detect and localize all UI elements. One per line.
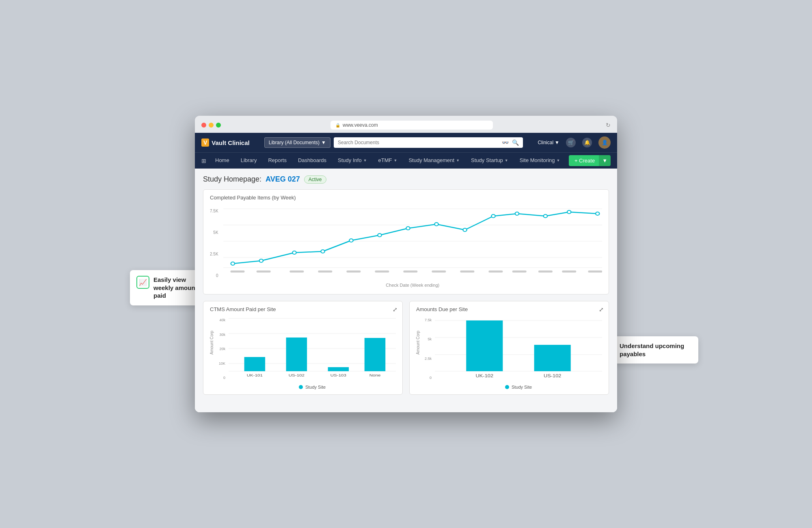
left-y-40k: 40k (219, 318, 225, 322)
left-legend-label: Study Site (305, 385, 326, 390)
refresh-button[interactable]: ↻ (606, 122, 611, 128)
svg-rect-29 (512, 270, 526, 273)
left-chart-legend: Study Site (229, 385, 396, 390)
y-tick-75k: 7.5K (210, 209, 218, 213)
bar-chart-left-card: CTMS Amount Paid per Site ⤢ Amount Corp … (203, 301, 403, 395)
bar-chart-right-card: Amounts Due per Site ⤢ Amount Corp 7.5k … (409, 301, 609, 395)
library-dropdown-arrow: ▼ (321, 140, 326, 145)
svg-text:US-103: US-103 (330, 373, 346, 377)
secondary-nav: ⊞ Home Library Reports Dashboards (195, 152, 617, 169)
svg-rect-40 (328, 367, 349, 371)
svg-text:UK-101: UK-101 (247, 373, 263, 377)
search-icon[interactable]: 🔍 (512, 139, 519, 146)
svg-point-11 (406, 227, 410, 230)
nav-item-study-info[interactable]: Study Info ▼ (332, 153, 372, 169)
svg-point-8 (321, 250, 324, 253)
nav-item-study-startup[interactable]: Study Startup ▼ (465, 153, 514, 169)
svg-point-18 (596, 212, 599, 215)
svg-point-16 (543, 214, 547, 218)
nav-item-home[interactable]: Home (209, 153, 235, 169)
svg-rect-27 (460, 270, 474, 273)
create-label: + Create (574, 158, 595, 164)
svg-point-14 (491, 214, 495, 218)
study-info-arrow: ▼ (363, 158, 367, 162)
svg-rect-38 (244, 357, 266, 371)
search-input[interactable] (338, 140, 499, 145)
svg-text:UK-102: UK-102 (476, 374, 494, 378)
svg-point-17 (567, 210, 571, 214)
traffic-lights (201, 123, 221, 128)
svg-text:US-102: US-102 (289, 373, 304, 377)
traffic-light-red[interactable] (201, 123, 206, 128)
svg-rect-28 (488, 270, 503, 273)
right-y-5k: 5k (428, 337, 432, 341)
svg-rect-23 (346, 270, 361, 273)
x-axis-label: Check Date (Week ending) (223, 283, 602, 288)
grid-icon[interactable]: ⊞ (201, 158, 206, 164)
nav-item-dashboards[interactable]: Dashboards (292, 153, 332, 169)
avatar-initials: 👤 (602, 140, 608, 145)
nav-item-etmf[interactable]: eTMF ▼ (373, 153, 403, 169)
svg-rect-32 (588, 270, 602, 273)
right-chart-legend: Study Site (435, 385, 602, 390)
left-y-30k: 30k (219, 333, 225, 337)
expand-left-icon[interactable]: ⤢ (393, 306, 397, 313)
traffic-light-green[interactable] (216, 123, 221, 128)
bell-icon[interactable]: 🔔 (582, 138, 592, 147)
logo-v: V (201, 138, 209, 147)
svg-point-6 (259, 259, 263, 262)
svg-rect-24 (375, 270, 389, 273)
line-chart-card: Completed Payable Items (by Week) 7.5K 5… (203, 189, 609, 294)
search-input-wrap: 👓 🔍 (334, 137, 523, 148)
svg-point-13 (463, 228, 466, 232)
nav-item-study-management[interactable]: Study Management ▼ (403, 153, 465, 169)
search-bar-area: Library (All Documents) ▼ 👓 🔍 (264, 137, 523, 148)
browser-chrome: 🔒 www.veeva.com ↻ (195, 116, 617, 133)
nav-item-library[interactable]: Library (235, 153, 263, 169)
top-nav: V Vault Clinical Library (All Documents)… (195, 133, 617, 152)
bar-chart-left-container: Amount Corp 40k 30k 20k 10K 0 (203, 312, 402, 394)
site-monitoring-arrow: ▼ (557, 158, 560, 162)
traffic-light-yellow[interactable] (209, 123, 214, 128)
search-icons: 👓 🔍 (502, 139, 519, 146)
cart-icon[interactable]: 🛒 (566, 138, 576, 147)
nav-item-site-monitoring[interactable]: Site Monitoring ▼ (514, 153, 566, 169)
clinical-arrow: ▼ (555, 140, 559, 145)
svg-rect-31 (562, 270, 576, 273)
y-tick-25k: 2.5K (210, 252, 218, 256)
svg-rect-20 (256, 270, 270, 273)
create-dropdown-button[interactable]: ▼ (599, 155, 611, 166)
right-y-75k: 7.5k (425, 318, 432, 322)
line-chart-svg (223, 205, 602, 278)
svg-rect-25 (403, 270, 417, 273)
right-y-25k: 2.5k (425, 357, 432, 361)
page-title: Study Homepage: AVEG 027 Active (203, 175, 609, 184)
address-bar[interactable]: 🔒 www.veeva.com (330, 121, 493, 130)
glasses-icon[interactable]: 👓 (502, 139, 509, 146)
svg-point-15 (515, 212, 518, 215)
bar-right-y-label: Amount Corp (416, 316, 420, 369)
lock-icon: 🔒 (335, 123, 340, 128)
left-legend-dot (299, 385, 303, 389)
y-tick-5k: 5K (213, 230, 218, 235)
svg-point-7 (292, 251, 296, 254)
create-button[interactable]: + Create (569, 155, 600, 166)
svg-rect-51 (534, 345, 571, 371)
left-y-20k: 20k (219, 347, 225, 351)
nav-item-reports[interactable]: Reports (262, 153, 292, 169)
line-chart-title: Completed Payable Items (by Week) (203, 190, 609, 201)
callout-right-text: Understand upcoming payables (620, 342, 692, 358)
line-chart-container: 7.5K 5K 2.5K 0 (203, 201, 609, 294)
clinical-dropdown[interactable]: Clinical ▼ (538, 140, 559, 145)
etmf-arrow: ▼ (394, 158, 397, 162)
left-y-0: 0 (223, 376, 225, 380)
browser-window: 🔒 www.veeva.com ↻ V Vault Clinical Libra… (195, 116, 617, 412)
library-dropdown[interactable]: Library (All Documents) ▼ (264, 137, 330, 148)
left-y-10k: 10K (219, 361, 225, 366)
expand-right-icon[interactable]: ⤢ (599, 306, 604, 313)
avatar[interactable]: 👤 (598, 136, 611, 149)
right-y-0: 0 (430, 376, 432, 380)
study-name: AVEG 027 (266, 175, 300, 184)
bar-chart-right-svg: UK-102 US-102 (435, 316, 602, 381)
bar-chart-right-container: Amount Corp 7.5k 5k 2.5k 0 (410, 312, 609, 394)
